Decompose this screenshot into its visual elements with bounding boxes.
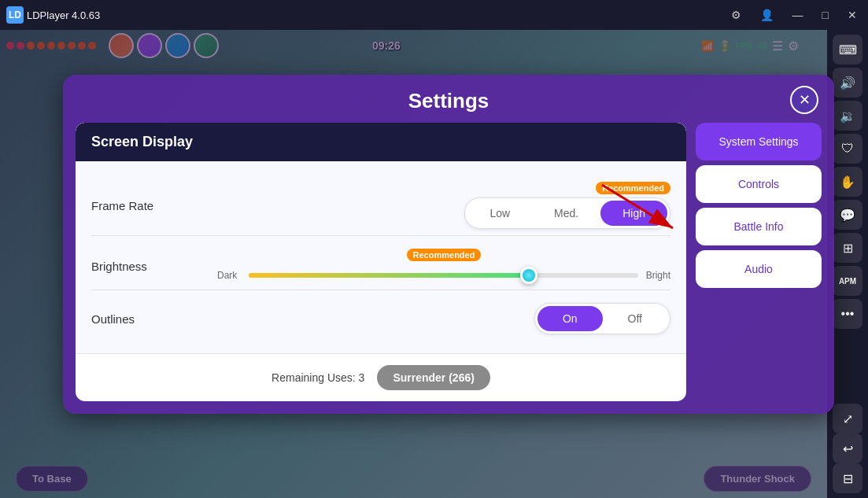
settings-icon[interactable]: ⚙: [726, 7, 746, 23]
outlines-on[interactable]: On: [537, 306, 603, 331]
modal-header: Settings ✕: [63, 75, 834, 123]
apm-icon[interactable]: APM: [833, 266, 862, 296]
slider-thumb[interactable]: [520, 267, 537, 284]
slider-track-fill: [249, 273, 529, 278]
modal-close-button[interactable]: ✕: [790, 86, 818, 114]
person-icon[interactable]: 👤: [755, 7, 778, 23]
frame-rate-high[interactable]: High: [600, 201, 667, 226]
settings-nav: System Settings Controls Battle Info Aud…: [696, 123, 822, 401]
frame-rate-row: Frame Rate Recommended Low Med. High: [91, 169, 670, 236]
app-title: LDPlayer 4.0.63: [27, 9, 100, 21]
back-icon[interactable]: ↩: [833, 433, 862, 463]
modal-title: Settings: [408, 89, 489, 113]
brightness-dark-label: Dark: [217, 270, 241, 281]
settings-content-panel: Screen Display Frame Rate Recommended Lo…: [76, 123, 686, 401]
frame-rate-control: Recommended Low Med. High: [217, 182, 670, 229]
frame-rate-label: Frame Rate: [91, 199, 217, 212]
maximize-button[interactable]: □: [818, 7, 833, 23]
surrender-button[interactable]: Surrender (266): [377, 365, 489, 390]
app-logo: LD LDPlayer 4.0.63: [6, 6, 100, 24]
outlines-toggle: On Off: [534, 303, 670, 334]
nav-audio[interactable]: Audio: [696, 250, 822, 288]
settings-modal: Settings ✕ Screen Display Frame Rate Rec…: [63, 75, 834, 414]
remaining-uses-text: Remaining Uses: 3: [271, 371, 364, 384]
section-header: Screen Display: [76, 123, 686, 161]
outlines-row: Outlines On Off: [91, 290, 670, 341]
keyboard-icon[interactable]: ⌨: [833, 35, 862, 65]
volume-down-icon[interactable]: 🔉: [833, 101, 862, 131]
outlines-label: Outlines: [91, 312, 217, 326]
brightness-row: Brightness Recommended Dark Bright: [91, 236, 670, 290]
content-body: Frame Rate Recommended Low Med. High: [76, 161, 686, 353]
brightness-slider-container: Dark Bright: [217, 267, 670, 283]
modal-body: Screen Display Frame Rate Recommended Lo…: [63, 123, 834, 414]
taskbar: LD LDPlayer 4.0.63 ⚙ 👤 — □ ✕: [0, 0, 868, 30]
grid-icon[interactable]: ⊞: [833, 233, 862, 263]
frame-rate-med[interactable]: Med.: [532, 201, 600, 226]
section-title: Screen Display: [91, 134, 193, 149]
content-footer: Remaining Uses: 3 Surrender (266): [76, 353, 686, 401]
nav-battle-info[interactable]: Battle Info: [696, 208, 822, 245]
brightness-control: Recommended Dark Bright: [217, 249, 670, 283]
frame-rate-low[interactable]: Low: [467, 201, 532, 226]
minimize-button[interactable]: —: [788, 7, 808, 23]
slider-track: [249, 273, 638, 278]
volume-up-icon[interactable]: 🔊: [833, 68, 862, 98]
brightness-label: Brightness: [91, 260, 217, 273]
shield-icon[interactable]: 🛡: [833, 134, 862, 164]
brightness-recommended-badge: Recommended: [407, 249, 482, 261]
brightness-bright-label: Bright: [646, 270, 670, 281]
frame-rate-wrapper: Recommended Low Med. High: [217, 182, 670, 229]
nav-controls[interactable]: Controls: [696, 165, 822, 203]
expand-icon[interactable]: ⤢: [833, 404, 862, 433]
dots-icon[interactable]: •••: [833, 299, 862, 329]
outlines-off[interactable]: Off: [603, 306, 667, 331]
nav-system-settings[interactable]: System Settings: [696, 123, 822, 160]
close-button[interactable]: ✕: [843, 7, 862, 23]
brightness-slider-wrapper[interactable]: [249, 267, 638, 283]
hand-icon[interactable]: ✋: [833, 167, 862, 197]
home-icon[interactable]: ⊟: [833, 463, 862, 493]
logo-icon: LD: [6, 6, 24, 24]
chat-icon[interactable]: 💬: [833, 200, 862, 230]
frame-rate-recommended-badge: Recommended: [596, 182, 670, 194]
window-controls: ⚙ 👤 — □ ✕: [726, 7, 862, 23]
frame-rate-toggle: Low Med. High: [464, 197, 670, 229]
